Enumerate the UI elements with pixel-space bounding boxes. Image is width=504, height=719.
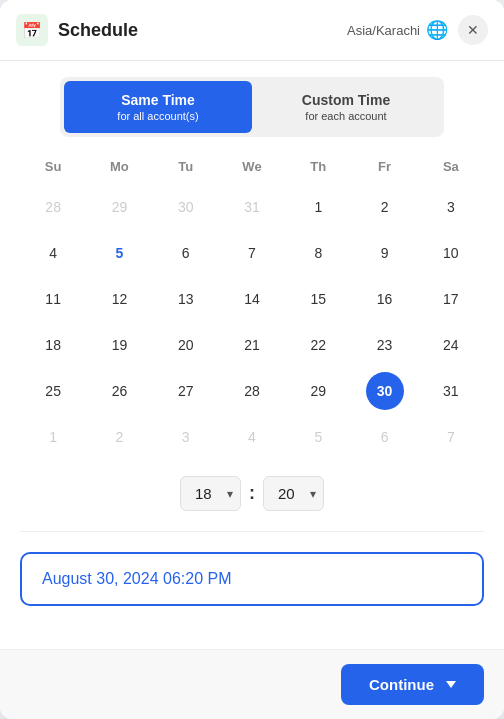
date-display: August 30, 2024 06:20 PM	[20, 552, 484, 606]
calendar-day[interactable]: 29	[100, 188, 138, 226]
calendar-day[interactable]: 26	[100, 372, 138, 410]
minute-select-wrapper: 000510 152025 303540 455055	[263, 476, 324, 511]
calendar-day[interactable]: 1	[299, 188, 337, 226]
calendar-day[interactable]: 5	[299, 418, 337, 456]
footer: Continue	[0, 649, 504, 719]
calendar-day[interactable]: 6	[366, 418, 404, 456]
calendar-day[interactable]: 8	[299, 234, 337, 272]
header-sa: Sa	[418, 153, 484, 180]
tab-same-time[interactable]: Same Time for all account(s)	[64, 81, 252, 133]
calendar-day[interactable]: 7	[233, 234, 271, 272]
calendar-day[interactable]: 10	[432, 234, 470, 272]
cal-cell-wrapper: 9	[351, 230, 417, 276]
window-title: Schedule	[58, 20, 347, 41]
cal-cell-wrapper: 26	[86, 368, 152, 414]
calendar-day[interactable]: 29	[299, 372, 337, 410]
calendar-day[interactable]: 2	[366, 188, 404, 226]
calendar-day[interactable]: 31	[432, 372, 470, 410]
cal-cell-wrapper: 20	[153, 322, 219, 368]
calendar-day[interactable]: 12	[100, 280, 138, 318]
header-fr: Fr	[351, 153, 417, 180]
calendar-day[interactable]: 13	[167, 280, 205, 318]
calendar-day[interactable]: 9	[366, 234, 404, 272]
cal-cell-wrapper: 14	[219, 276, 285, 322]
calendar-day[interactable]: 21	[233, 326, 271, 364]
calendar-day[interactable]: 30	[167, 188, 205, 226]
cal-cell-wrapper: 12	[86, 276, 152, 322]
calendar-day[interactable]: 28	[233, 372, 271, 410]
continue-label: Continue	[369, 676, 434, 693]
header-we: We	[219, 153, 285, 180]
hour-select[interactable]: 000102 030405 060708 091011 121314 15161…	[180, 476, 241, 511]
calendar-header: Su Mo Tu We Th Fr Sa	[20, 153, 484, 180]
cal-cell-wrapper: 13	[153, 276, 219, 322]
tab-custom-time-sub: for each account	[264, 109, 428, 123]
calendar-day[interactable]: 2	[100, 418, 138, 456]
cal-cell-wrapper: 29	[285, 368, 351, 414]
cal-cell-wrapper: 3	[418, 184, 484, 230]
calendar-day[interactable]: 30	[366, 372, 404, 410]
calendar-grid: 2829303112345678910111213141516171819202…	[20, 184, 484, 460]
cal-cell-wrapper: 17	[418, 276, 484, 322]
cal-cell-wrapper: 24	[418, 322, 484, 368]
calendar-day[interactable]: 1	[34, 418, 72, 456]
calendar-day[interactable]: 19	[100, 326, 138, 364]
cal-cell-wrapper: 23	[351, 322, 417, 368]
calendar-day[interactable]: 28	[34, 188, 72, 226]
date-display-text: August 30, 2024 06:20 PM	[42, 570, 231, 587]
timezone-badge: Asia/Karachi 🌐	[347, 19, 448, 41]
tab-custom-time-main: Custom Time	[264, 91, 428, 109]
calendar-day[interactable]: 25	[34, 372, 72, 410]
calendar-day[interactable]: 23	[366, 326, 404, 364]
calendar-day[interactable]: 17	[432, 280, 470, 318]
timezone-text: Asia/Karachi	[347, 23, 420, 38]
cal-cell-wrapper: 4	[219, 414, 285, 460]
continue-button[interactable]: Continue	[341, 664, 484, 705]
tab-custom-time[interactable]: Custom Time for each account	[252, 81, 440, 133]
calendar-day[interactable]: 3	[167, 418, 205, 456]
cal-cell-wrapper: 11	[20, 276, 86, 322]
cal-cell-wrapper: 18	[20, 322, 86, 368]
calendar-day[interactable]: 6	[167, 234, 205, 272]
calendar-day[interactable]: 27	[167, 372, 205, 410]
title-bar: 📅 Schedule Asia/Karachi 🌐 ✕	[0, 0, 504, 61]
cal-cell-wrapper: 1	[20, 414, 86, 460]
calendar-day[interactable]: 22	[299, 326, 337, 364]
cal-cell-wrapper: 29	[86, 184, 152, 230]
calendar-day[interactable]: 5	[100, 234, 138, 272]
header-tu: Tu	[153, 153, 219, 180]
calendar-day[interactable]: 18	[34, 326, 72, 364]
cal-cell-wrapper: 16	[351, 276, 417, 322]
calendar-day[interactable]: 31	[233, 188, 271, 226]
schedule-window: 📅 Schedule Asia/Karachi 🌐 ✕ Same Time fo…	[0, 0, 504, 719]
cal-cell-wrapper: 10	[418, 230, 484, 276]
divider	[20, 531, 484, 532]
cal-cell-wrapper: 19	[86, 322, 152, 368]
calendar-day[interactable]: 4	[233, 418, 271, 456]
calendar-day[interactable]: 4	[34, 234, 72, 272]
cal-cell-wrapper: 1	[285, 184, 351, 230]
cal-cell-wrapper: 2	[86, 414, 152, 460]
calendar-day[interactable]: 24	[432, 326, 470, 364]
header-th: Th	[285, 153, 351, 180]
cal-cell-wrapper: 31	[219, 184, 285, 230]
time-colon: :	[249, 483, 255, 504]
calendar-day[interactable]: 3	[432, 188, 470, 226]
calendar-day[interactable]: 16	[366, 280, 404, 318]
cal-cell-wrapper: 31	[418, 368, 484, 414]
close-button[interactable]: ✕	[458, 15, 488, 45]
cal-cell-wrapper: 7	[219, 230, 285, 276]
calendar-day[interactable]: 11	[34, 280, 72, 318]
header-mo: Mo	[86, 153, 152, 180]
header-su: Su	[20, 153, 86, 180]
calendar-day[interactable]: 14	[233, 280, 271, 318]
calendar-day[interactable]: 15	[299, 280, 337, 318]
cal-cell-wrapper: 3	[153, 414, 219, 460]
cal-cell-wrapper: 21	[219, 322, 285, 368]
calendar-day[interactable]: 7	[432, 418, 470, 456]
time-picker: 000102 030405 060708 091011 121314 15161…	[0, 476, 504, 511]
cal-cell-wrapper: 15	[285, 276, 351, 322]
calendar-day[interactable]: 20	[167, 326, 205, 364]
cal-cell-wrapper: 7	[418, 414, 484, 460]
minute-select[interactable]: 000510 152025 303540 455055	[263, 476, 324, 511]
